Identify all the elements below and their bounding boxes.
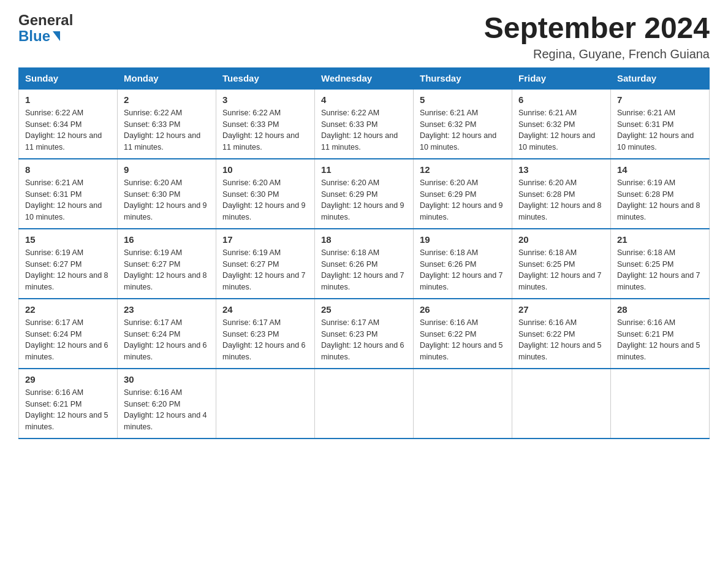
sunset-label: Sunset: 6:29 PM — [321, 190, 377, 199]
day-number: 2 — [124, 94, 210, 105]
daylight-label: Daylight: 12 hours and 6 minutes. — [124, 341, 207, 361]
sunrise-label: Sunrise: 6:22 AM — [124, 109, 182, 117]
sunrise-label: Sunrise: 6:18 AM — [321, 248, 379, 257]
day-info: Sunrise: 6:21 AM Sunset: 6:32 PM Dayligh… — [420, 107, 506, 153]
calendar-day-cell: 10 Sunrise: 6:20 AM Sunset: 6:30 PM Dayl… — [216, 159, 315, 229]
sunrise-label: Sunrise: 6:17 AM — [25, 318, 83, 327]
sunrise-label: Sunrise: 6:20 AM — [124, 178, 182, 187]
sunrise-label: Sunrise: 6:16 AM — [617, 318, 675, 327]
calendar-day-cell — [611, 369, 710, 439]
calendar-week-row: 15 Sunrise: 6:19 AM Sunset: 6:27 PM Dayl… — [19, 229, 710, 299]
sunset-label: Sunset: 6:23 PM — [321, 330, 377, 339]
daylight-label: Daylight: 12 hours and 9 minutes. — [321, 201, 404, 221]
sunrise-label: Sunrise: 6:22 AM — [222, 109, 281, 117]
logo: General Blue — [18, 12, 73, 45]
sunset-label: Sunset: 6:22 PM — [420, 330, 476, 339]
day-number: 27 — [518, 304, 604, 315]
day-number: 4 — [321, 94, 407, 105]
weekday-header-thursday: Thursday — [414, 67, 512, 89]
daylight-label: Daylight: 12 hours and 5 minutes. — [25, 411, 108, 431]
daylight-label: Daylight: 12 hours and 7 minutes. — [518, 271, 602, 291]
sunrise-label: Sunrise: 6:16 AM — [25, 388, 83, 397]
weekday-header-row: SundayMondayTuesdayWednesdayThursdayFrid… — [19, 67, 710, 89]
calendar-day-cell: 12 Sunrise: 6:20 AM Sunset: 6:29 PM Dayl… — [414, 159, 512, 229]
day-info: Sunrise: 6:20 AM Sunset: 6:28 PM Dayligh… — [518, 177, 604, 223]
sunrise-label: Sunrise: 6:20 AM — [420, 178, 478, 187]
calendar-day-cell: 28 Sunrise: 6:16 AM Sunset: 6:21 PM Dayl… — [611, 299, 710, 369]
sunrise-label: Sunrise: 6:19 AM — [617, 178, 675, 187]
weekday-header-wednesday: Wednesday — [315, 67, 414, 89]
sunset-label: Sunset: 6:28 PM — [617, 190, 673, 199]
daylight-label: Daylight: 12 hours and 7 minutes. — [222, 271, 306, 291]
sunrise-label: Sunrise: 6:19 AM — [124, 248, 182, 257]
calendar-table: SundayMondayTuesdayWednesdayThursdayFrid… — [18, 67, 710, 439]
sunrise-label: Sunrise: 6:19 AM — [25, 248, 83, 257]
daylight-label: Daylight: 12 hours and 10 minutes. — [518, 131, 595, 151]
sunset-label: Sunset: 6:33 PM — [124, 120, 180, 129]
day-info: Sunrise: 6:21 AM Sunset: 6:31 PM Dayligh… — [617, 107, 703, 153]
day-info: Sunrise: 6:16 AM Sunset: 6:22 PM Dayligh… — [420, 317, 506, 363]
sunset-label: Sunset: 6:27 PM — [222, 260, 279, 269]
calendar-day-cell: 13 Sunrise: 6:20 AM Sunset: 6:28 PM Dayl… — [512, 159, 611, 229]
weekday-header-friday: Friday — [512, 67, 611, 89]
sunset-label: Sunset: 6:24 PM — [25, 330, 82, 339]
sunset-label: Sunset: 6:31 PM — [25, 190, 82, 199]
sunset-label: Sunset: 6:20 PM — [124, 400, 180, 408]
day-number: 3 — [222, 94, 308, 105]
sunrise-label: Sunrise: 6:16 AM — [420, 318, 478, 327]
day-number: 14 — [617, 164, 703, 175]
sunrise-label: Sunrise: 6:20 AM — [321, 178, 379, 187]
title-section: September 2024 Regina, Guyane, French Gu… — [484, 12, 710, 61]
sunset-label: Sunset: 6:28 PM — [518, 190, 575, 199]
day-number: 6 — [518, 94, 604, 105]
calendar-day-cell: 3 Sunrise: 6:22 AM Sunset: 6:33 PM Dayli… — [216, 89, 315, 159]
day-number: 15 — [25, 234, 111, 245]
sunrise-label: Sunrise: 6:19 AM — [222, 248, 281, 257]
calendar-day-cell: 15 Sunrise: 6:19 AM Sunset: 6:27 PM Dayl… — [19, 229, 118, 299]
sunrise-label: Sunrise: 6:21 AM — [518, 109, 577, 117]
day-info: Sunrise: 6:19 AM Sunset: 6:27 PM Dayligh… — [25, 247, 111, 293]
sunrise-label: Sunrise: 6:17 AM — [124, 318, 182, 327]
sunrise-label: Sunrise: 6:18 AM — [518, 248, 577, 257]
day-number: 29 — [25, 374, 111, 385]
day-info: Sunrise: 6:22 AM Sunset: 6:33 PM Dayligh… — [321, 107, 407, 153]
sunrise-label: Sunrise: 6:17 AM — [222, 318, 281, 327]
weekday-header-saturday: Saturday — [611, 67, 710, 89]
day-number: 25 — [321, 304, 407, 315]
day-number: 5 — [420, 94, 506, 105]
daylight-label: Daylight: 12 hours and 6 minutes. — [222, 341, 306, 361]
daylight-label: Daylight: 12 hours and 9 minutes. — [222, 201, 306, 221]
calendar-day-cell — [414, 369, 512, 439]
daylight-label: Daylight: 12 hours and 10 minutes. — [420, 131, 496, 151]
day-info: Sunrise: 6:22 AM Sunset: 6:33 PM Dayligh… — [222, 107, 308, 153]
sunset-label: Sunset: 6:26 PM — [420, 260, 476, 269]
daylight-label: Daylight: 12 hours and 5 minutes. — [518, 341, 602, 361]
sunrise-label: Sunrise: 6:16 AM — [124, 388, 182, 397]
daylight-label: Daylight: 12 hours and 6 minutes. — [321, 341, 404, 361]
sunset-label: Sunset: 6:30 PM — [124, 190, 180, 199]
sunrise-label: Sunrise: 6:18 AM — [420, 248, 478, 257]
sunset-label: Sunset: 6:29 PM — [420, 190, 476, 199]
calendar-day-cell: 1 Sunrise: 6:22 AM Sunset: 6:34 PM Dayli… — [19, 89, 118, 159]
daylight-label: Daylight: 12 hours and 6 minutes. — [25, 341, 108, 361]
calendar-day-cell: 21 Sunrise: 6:18 AM Sunset: 6:25 PM Dayl… — [611, 229, 710, 299]
sunrise-label: Sunrise: 6:18 AM — [617, 248, 675, 257]
daylight-label: Daylight: 12 hours and 9 minutes. — [124, 201, 207, 221]
sunrise-label: Sunrise: 6:20 AM — [518, 178, 577, 187]
daylight-label: Daylight: 12 hours and 9 minutes. — [420, 201, 503, 221]
sunset-label: Sunset: 6:24 PM — [124, 330, 180, 339]
sunrise-label: Sunrise: 6:22 AM — [25, 109, 83, 117]
day-info: Sunrise: 6:22 AM Sunset: 6:34 PM Dayligh… — [25, 107, 111, 153]
calendar-day-cell — [512, 369, 611, 439]
sunset-label: Sunset: 6:33 PM — [321, 120, 377, 129]
day-number: 24 — [222, 304, 308, 315]
daylight-label: Daylight: 12 hours and 8 minutes. — [617, 201, 700, 221]
sunrise-label: Sunrise: 6:21 AM — [617, 109, 675, 117]
daylight-label: Daylight: 12 hours and 4 minutes. — [124, 411, 207, 431]
calendar-day-cell: 29 Sunrise: 6:16 AM Sunset: 6:21 PM Dayl… — [19, 369, 118, 439]
sunset-label: Sunset: 6:31 PM — [617, 120, 673, 129]
calendar-day-cell — [315, 369, 414, 439]
sunset-label: Sunset: 6:30 PM — [222, 190, 279, 199]
day-number: 18 — [321, 234, 407, 245]
calendar-week-row: 29 Sunrise: 6:16 AM Sunset: 6:21 PM Dayl… — [19, 369, 710, 439]
